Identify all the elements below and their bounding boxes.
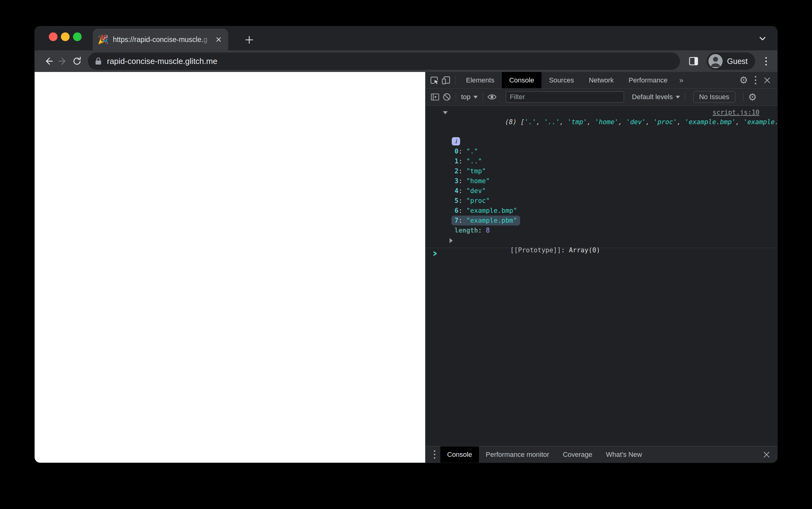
devtools-settings-icon[interactable]: ⚙ bbox=[738, 74, 750, 86]
tab-performance[interactable]: Performance bbox=[621, 72, 675, 88]
browser-menu-icon[interactable] bbox=[761, 54, 771, 68]
screen: 🎉 https://rapid-concise-muscle.g bbox=[0, 0, 812, 509]
info-badge-line: i bbox=[450, 136, 759, 146]
side-panel-icon[interactable] bbox=[687, 54, 700, 68]
drawer-tab-whats-new[interactable]: What's New bbox=[599, 446, 649, 463]
array-item-2[interactable]: 2: "tmp" bbox=[450, 166, 759, 176]
page-viewport[interactable] bbox=[35, 72, 425, 463]
console-messages: script.js:10 (8) ['.', '..', 'tmp', 'hom… bbox=[426, 106, 777, 446]
array-item-4[interactable]: 4: "dev" bbox=[450, 186, 759, 196]
browser-window: 🎉 https://rapid-concise-muscle.g bbox=[35, 26, 777, 463]
tab-strip: 🎉 https://rapid-concise-muscle.g bbox=[35, 26, 777, 50]
drawer-tab-coverage[interactable]: Coverage bbox=[556, 446, 599, 463]
window-controls bbox=[49, 32, 82, 41]
content-area: Elements Console Sources Network Perform… bbox=[35, 72, 777, 463]
live-expression-eye-icon[interactable] bbox=[486, 91, 498, 103]
lock-icon bbox=[95, 57, 102, 66]
reload-button[interactable] bbox=[70, 54, 84, 68]
devtools-menu-icon[interactable] bbox=[750, 74, 761, 86]
devtools-close-icon[interactable] bbox=[761, 74, 773, 86]
clear-console-icon[interactable] bbox=[441, 91, 453, 103]
drawer-menu-icon[interactable] bbox=[429, 449, 440, 461]
drawer-tab-performance-monitor[interactable]: Performance monitor bbox=[479, 446, 556, 463]
zoom-window-button[interactable] bbox=[73, 32, 82, 41]
devtools-panel: Elements Console Sources Network Perform… bbox=[425, 72, 777, 463]
divider bbox=[456, 93, 456, 101]
prompt-chevron-icon bbox=[432, 250, 438, 257]
browser-toolbar: rapid-concise-muscle.glitch.me Guest bbox=[35, 50, 777, 72]
drawer-tab-console[interactable]: Console bbox=[440, 446, 479, 463]
drawer-close-icon[interactable] bbox=[761, 449, 773, 461]
tab-network[interactable]: Network bbox=[581, 72, 621, 88]
inspect-element-icon[interactable] bbox=[429, 74, 440, 86]
no-issues-button[interactable]: No Issues bbox=[693, 91, 735, 103]
tab-favicon-icon: 🎉 bbox=[98, 35, 108, 44]
devtools-toolbar: Elements Console Sources Network Perform… bbox=[426, 72, 777, 89]
tab-sources[interactable]: Sources bbox=[541, 72, 581, 88]
array-item-1[interactable]: 1: ".." bbox=[450, 156, 759, 166]
array-preview-line[interactable]: (8) ['.', '..', 'tmp', 'home', 'dev', 'p… bbox=[450, 108, 759, 136]
info-icon: i bbox=[452, 137, 460, 145]
tab-elements[interactable]: Elements bbox=[459, 72, 502, 88]
console-filter-bar: top Default levels bbox=[426, 89, 777, 106]
url-text: rapid-concise-muscle.glitch.me bbox=[107, 57, 217, 66]
devtools-drawer: Console Performance monitor Coverage Wha… bbox=[426, 446, 777, 463]
minimize-window-button[interactable] bbox=[61, 32, 69, 41]
forward-button[interactable] bbox=[56, 54, 70, 68]
array-item-0[interactable]: 0: "." bbox=[450, 146, 759, 156]
device-toolbar-icon[interactable] bbox=[440, 74, 452, 86]
divider bbox=[483, 93, 483, 101]
more-tabs-chevron[interactable]: » bbox=[675, 76, 688, 84]
divider bbox=[455, 76, 456, 84]
new-tab-button[interactable] bbox=[243, 33, 256, 47]
console-settings-icon[interactable]: ⚙ bbox=[747, 91, 758, 103]
collapse-triangle-icon[interactable] bbox=[443, 111, 448, 114]
browser-tab[interactable]: 🎉 https://rapid-concise-muscle.g bbox=[93, 29, 228, 50]
address-bar[interactable]: rapid-concise-muscle.glitch.me bbox=[88, 53, 680, 70]
console-sidebar-toggle-icon[interactable] bbox=[429, 91, 441, 103]
array-item-3[interactable]: 3: "home" bbox=[450, 176, 759, 186]
log-levels-selector[interactable]: Default levels bbox=[630, 93, 682, 101]
tab-close-icon[interactable] bbox=[214, 35, 223, 44]
expand-triangle-icon[interactable] bbox=[449, 238, 453, 243]
prototype-row[interactable]: [[Prototype]]: Array(0) bbox=[450, 235, 759, 245]
tab-console[interactable]: Console bbox=[502, 72, 542, 88]
divider bbox=[685, 93, 685, 101]
divider bbox=[743, 93, 744, 101]
tab-search-chevron-icon[interactable] bbox=[757, 33, 768, 44]
profile-button[interactable]: Guest bbox=[707, 53, 755, 70]
array-item-6[interactable]: 6: "example.bmp" bbox=[450, 206, 759, 215]
array-item-5[interactable]: 5: "proc" bbox=[450, 196, 759, 206]
chevron-down-icon bbox=[676, 96, 680, 99]
context-selector[interactable]: top bbox=[459, 93, 479, 101]
console-empty-space[interactable] bbox=[426, 259, 777, 446]
array-item-7-highlighted[interactable]: 7: "example.pbm" bbox=[450, 215, 759, 226]
close-window-button[interactable] bbox=[49, 32, 58, 41]
profile-name: Guest bbox=[727, 57, 748, 66]
chevron-down-icon bbox=[473, 96, 478, 99]
tab-title: https://rapid-concise-muscle.g bbox=[113, 36, 208, 44]
array-length-row: length: 8 bbox=[450, 226, 759, 235]
avatar-icon bbox=[709, 54, 723, 68]
console-filter-input[interactable] bbox=[506, 92, 624, 103]
console-message: script.js:10 (8) ['.', '..', 'tmp', 'hom… bbox=[426, 106, 777, 248]
back-button[interactable] bbox=[41, 54, 56, 68]
